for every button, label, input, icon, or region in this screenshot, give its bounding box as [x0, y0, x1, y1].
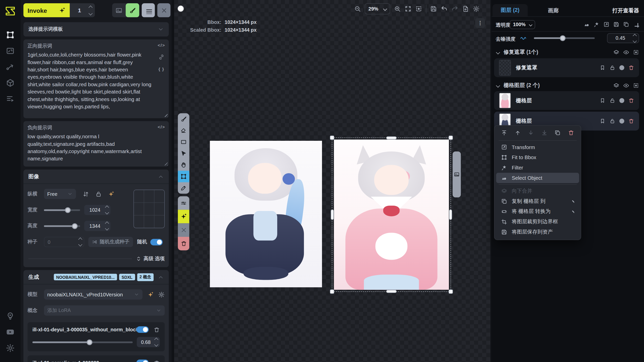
move-to-top-icon[interactable]	[501, 130, 507, 136]
bookmark-icon[interactable]	[600, 118, 606, 124]
tab-gallery[interactable]: 画廊	[537, 7, 570, 14]
tool-invoke-sparkle[interactable]	[178, 210, 189, 223]
tool-rectangle[interactable]	[178, 136, 189, 148]
bbox-handle-ne[interactable]	[449, 135, 453, 140]
add-layer-icon[interactable]	[633, 21, 639, 27]
trash-icon[interactable]	[568, 130, 574, 136]
height-input[interactable]: 1344	[84, 221, 110, 231]
code-icon[interactable]: </>	[158, 124, 165, 129]
inpaint-mask-group-header[interactable]: 修复遮罩 (1个)	[492, 47, 644, 57]
bbox-handle-se[interactable]	[449, 289, 453, 294]
lora-weight-input[interactable]: 0.68	[137, 337, 160, 347]
nav-workflows[interactable]	[3, 60, 17, 74]
negative-prompt-input[interactable]: low quality,worst quality,norma l qualit…	[27, 133, 155, 163]
canvas-overflow-menu-button[interactable]: ⋮	[475, 18, 485, 28]
menu-item-merge-down[interactable]: 向下合并	[496, 186, 579, 196]
bbox-handle-sw[interactable]	[330, 289, 334, 294]
menu-item-convert-layer-to[interactable]: 将 栅格层 转换为	[496, 206, 579, 217]
opacity-select[interactable]: 100%	[510, 20, 535, 29]
youtube-icon[interactable]	[3, 325, 17, 339]
nav-queue[interactable]	[3, 92, 17, 106]
queue-count-stepper[interactable]: 1	[70, 3, 95, 17]
trash-icon[interactable]	[154, 327, 160, 333]
tool-cancel[interactable]	[178, 223, 189, 237]
tool-color-picker[interactable]	[178, 182, 189, 194]
save-icon[interactable]	[430, 5, 437, 12]
menu-item-crop-layer-to-bbox[interactable]: 将图层裁剪到边界框	[496, 217, 579, 227]
canvas-settings-icon[interactable]	[473, 5, 480, 12]
duplicate-icon[interactable]	[623, 21, 629, 27]
redo-icon[interactable]	[451, 5, 458, 12]
new-canvas-icon[interactable]	[462, 5, 469, 12]
bookmark-icon[interactable]	[600, 98, 606, 104]
tool-eraser[interactable]	[178, 125, 189, 136]
gallery-mode-button[interactable]	[112, 3, 126, 17]
raster-layers-group-header[interactable]: 栅格图层 (2 个)	[492, 80, 644, 90]
nav-upscale[interactable]	[3, 44, 17, 58]
unlock-icon[interactable]	[610, 98, 615, 104]
zoom-out-icon[interactable]	[354, 5, 361, 12]
mask-color-dot[interactable]	[619, 65, 624, 70]
bbox-handle-n[interactable]	[386, 136, 397, 140]
move-down-icon[interactable]	[528, 130, 534, 136]
duplicate-icon[interactable]	[555, 130, 561, 136]
tool-filter[interactable]	[178, 196, 189, 210]
delete-layer-icon[interactable]	[628, 65, 634, 71]
bookmark-icon[interactable]	[600, 65, 606, 71]
width-input[interactable]: 1024	[84, 205, 110, 215]
bbox-handle-w[interactable]	[331, 209, 334, 220]
unlock-icon[interactable]	[610, 118, 615, 124]
nav-canvas[interactable]	[3, 28, 17, 42]
select-object-icon[interactable]	[584, 21, 590, 27]
menu-button[interactable]	[142, 3, 155, 17]
braces-icon[interactable]: { }	[158, 66, 164, 71]
tool-delete[interactable]	[178, 237, 189, 250]
aspect-select[interactable]: Free	[44, 189, 76, 199]
zoom-in-icon[interactable]	[394, 5, 401, 12]
height-slider[interactable]	[44, 225, 80, 227]
bbox-handle-e[interactable]	[449, 209, 452, 220]
width-slider[interactable]	[44, 209, 80, 211]
tab-layers[interactable]: 图层 (2)	[493, 4, 528, 16]
model-settings-icon[interactable]	[158, 291, 165, 298]
close-panel-button[interactable]	[157, 3, 170, 17]
code-icon[interactable]: </>	[158, 43, 165, 48]
denoise-input[interactable]: 0.45	[607, 33, 639, 43]
menu-item-transform[interactable]: Transform	[496, 142, 579, 152]
support-bulb-icon[interactable]	[3, 309, 17, 323]
layers-stack-icon[interactable]	[613, 49, 619, 55]
model-select[interactable]: noobaiXLNAIXL_vPred10Version	[44, 289, 143, 300]
tool-brush[interactable]	[178, 113, 189, 125]
positive-prompt-input[interactable]: 1girl,solo,cute,loli,cherry blossoms,hai…	[27, 51, 155, 110]
bbox-handle-nw[interactable]	[330, 135, 334, 140]
move-to-bottom-icon[interactable]	[541, 130, 547, 136]
lora-enabled-toggle[interactable]	[136, 359, 149, 362]
raster-layer-image-blue[interactable]	[210, 141, 322, 287]
layer-color-dot[interactable]	[619, 98, 624, 103]
settings-gear-icon[interactable]	[3, 341, 17, 355]
denoise-slider[interactable]	[534, 37, 595, 39]
optimize-size-icon[interactable]	[108, 191, 114, 197]
fit-bbox-icon[interactable]	[415, 5, 422, 12]
randomize-seed-button[interactable]: 随机生成种子	[88, 237, 133, 247]
resize-handle[interactable]	[164, 161, 168, 165]
trash-icon[interactable]	[154, 360, 160, 362]
bbox-handle-s[interactable]	[386, 290, 397, 293]
stepper-up-icon[interactable]	[89, 5, 93, 9]
layer-row-inpaint-mask[interactable]: 修复遮罩	[494, 58, 639, 77]
menu-item-fit-to-bbox[interactable]: Fit to Bbox	[496, 152, 579, 163]
layers-stack-icon[interactable]	[613, 82, 619, 88]
save-icon[interactable]	[613, 21, 619, 27]
unlock-aspect-icon[interactable]	[95, 191, 102, 197]
zoom-level-select[interactable]: 29%	[365, 3, 390, 14]
transform-icon[interactable]	[603, 21, 609, 27]
nav-models[interactable]	[3, 76, 17, 90]
generation-section-header[interactable]: 生成 NOOBAIXLNAIXL_VPRED10... SDXL 2 概念	[23, 270, 169, 284]
raster-layer-image-pink[interactable]	[334, 140, 449, 290]
undo-icon[interactable]	[441, 5, 448, 12]
eye-icon[interactable]	[623, 49, 629, 55]
filter-star-icon[interactable]	[593, 21, 599, 27]
compare-handle[interactable]	[453, 151, 461, 197]
delete-layer-icon[interactable]	[628, 98, 634, 104]
fit-to-view-icon[interactable]	[405, 5, 412, 12]
